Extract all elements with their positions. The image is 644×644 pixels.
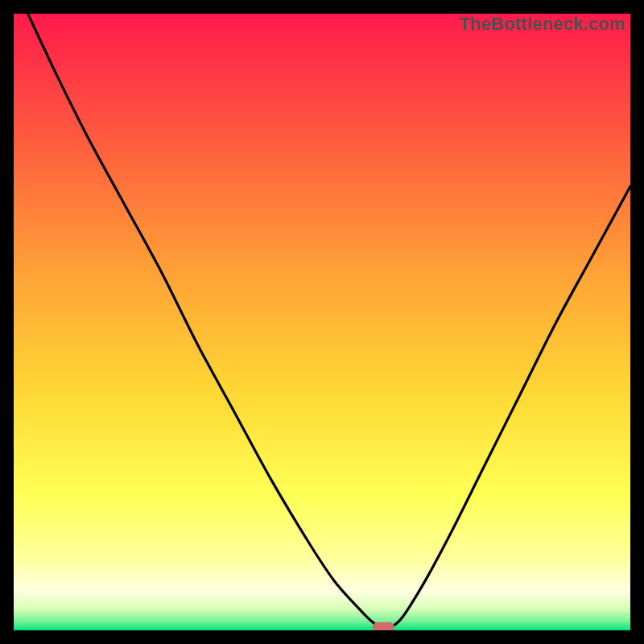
chart-svg	[14, 14, 630, 630]
chart-frame: TheBottleneck.com	[0, 0, 644, 644]
plot-area: TheBottleneck.com	[14, 14, 630, 630]
optimal-marker	[373, 622, 394, 630]
watermark-label: TheBottleneck.com	[460, 14, 625, 35]
gradient-background	[14, 14, 630, 630]
